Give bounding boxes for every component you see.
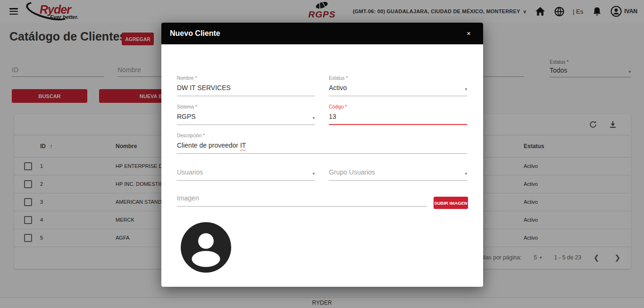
estatus-select[interactable]: Estatus * Activo ▾ [329,75,467,96]
sistema-label: Sistema * [177,104,315,109]
descripcion-field[interactable]: Descripción * Cliente de proveedor IT [177,133,467,154]
descripcion-misspelled-word: IT [240,142,246,149]
nombre-field[interactable]: Nombre * DW IT SERVICES [177,75,315,96]
grupo-usuarios-placeholder: Grupo Usuarios [329,168,375,176]
dropdown-caret-icon: ▾ [465,171,467,176]
usuarios-select[interactable]: Usuarios ▾ [177,168,315,181]
imagen-placeholder: Imagen [177,194,199,202]
dropdown-caret-icon: ▾ [312,116,315,120]
grupo-usuarios-select[interactable]: Grupo Usuarios ▾ [329,168,467,181]
modal-title: Nuevo Cliente [170,29,220,38]
descripcion-value: Cliente de proveedor [177,142,240,149]
close-icon[interactable]: ✕ [463,29,475,39]
sistema-select[interactable]: Sistema * RGPS ▾ [177,104,315,125]
avatar-placeholder-icon [181,222,231,273]
subir-imagen-button[interactable]: SUBIR IMAGEN [434,197,468,209]
nombre-label: Nombre * [177,75,315,81]
nombre-value: DW IT SERVICES [177,84,231,92]
sistema-value: RGPS [177,113,196,120]
codigo-label: Código * [329,104,467,109]
estatus-label: Estatus * [329,75,467,81]
nuevo-cliente-modal: Nuevo Cliente ✕ Nombre * DW IT SERVICES … [161,23,483,287]
codigo-value: 13 [329,113,336,120]
usuarios-placeholder: Usuarios [177,168,203,176]
descripcion-label: Descripción * [177,133,467,138]
imagen-field[interactable]: Imagen [177,194,427,207]
estatus-value: Activo [329,84,347,92]
dropdown-caret-icon: ▾ [312,171,315,176]
codigo-field[interactable]: Código * 13 [329,104,467,125]
modal-header: Nuevo Cliente ✕ [161,23,483,44]
modal-body: Nombre * DW IT SERVICES Estatus * Activo… [161,44,483,287]
dropdown-caret-icon: ▾ [465,87,467,92]
